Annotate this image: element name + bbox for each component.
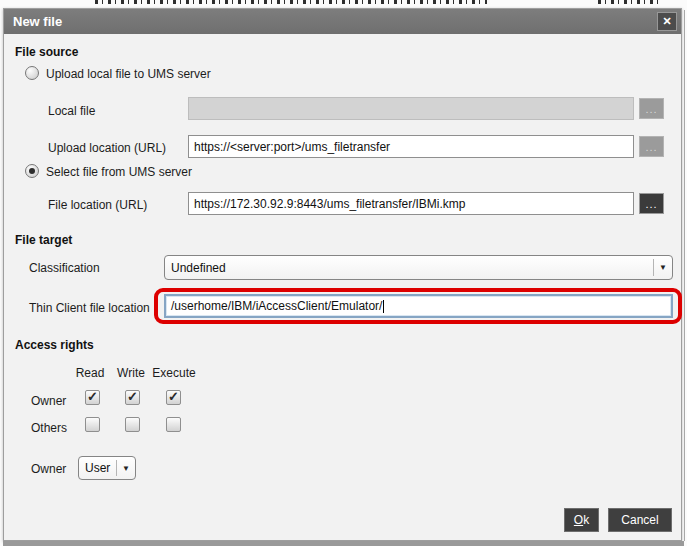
upload-local-radio-label[interactable]: Upload local file to UMS server xyxy=(46,67,211,81)
checkbox-owner-execute[interactable] xyxy=(166,390,181,405)
background-window-edge xyxy=(3,541,684,546)
upload-location-label: Upload location (URL) xyxy=(48,141,166,155)
new-file-dialog: New file ✕ File source Upload local file… xyxy=(3,8,682,541)
file-location-value: https://172.30.92.9:8443/ums_filetransfe… xyxy=(194,197,465,211)
background-clipped-text xyxy=(95,0,487,4)
others-row-label: Others xyxy=(31,421,67,435)
text-caret xyxy=(383,300,384,313)
column-header-read: Read xyxy=(76,366,105,380)
upload-location-value: https://<server:port>/ums_filetransfer xyxy=(194,140,390,154)
cancel-button[interactable]: Cancel xyxy=(608,508,672,532)
column-header-execute: Execute xyxy=(152,366,195,380)
upload-location-browse-button: ... xyxy=(639,136,664,157)
thin-client-location-label: Thin Client file location xyxy=(29,301,150,315)
dialog-titlebar[interactable]: New file ✕ xyxy=(4,9,681,34)
ok-button[interactable]: Ok xyxy=(564,508,599,532)
background-window-border xyxy=(684,10,685,541)
local-file-label: Local file xyxy=(48,104,95,118)
owner-select-label: Owner xyxy=(31,462,66,476)
thin-client-location-value: /userhome/IBM/iAccessClient/Emulator/ xyxy=(171,299,382,313)
checkbox-others-read[interactable] xyxy=(85,417,100,432)
screen: New file ✕ File source Upload local file… xyxy=(0,0,687,546)
file-location-label: File location (URL) xyxy=(48,198,147,212)
close-button[interactable]: ✕ xyxy=(657,12,677,31)
upload-location-input[interactable]: https://<server:port>/ums_filetransfer xyxy=(188,135,634,158)
local-file-browse-button: ... xyxy=(639,98,664,119)
column-header-write: Write xyxy=(117,366,145,380)
classification-value: Undefined xyxy=(165,261,653,275)
access-rights-heading: Access rights xyxy=(15,338,94,352)
file-source-heading: File source xyxy=(15,45,78,59)
select-from-ums-radio-label[interactable]: Select file from UMS server xyxy=(46,165,192,179)
classification-label: Classification xyxy=(29,261,100,275)
owner-dropdown[interactable]: User ▼ xyxy=(78,456,136,480)
upload-local-radio[interactable] xyxy=(25,66,39,80)
chevron-down-icon: ▼ xyxy=(654,263,672,272)
local-file-input xyxy=(188,97,634,120)
owner-value: User xyxy=(79,461,116,475)
checkbox-owner-write[interactable] xyxy=(125,390,140,405)
select-from-ums-radio[interactable] xyxy=(25,164,39,178)
file-location-input[interactable]: https://172.30.92.9:8443/ums_filetransfe… xyxy=(188,192,634,215)
owner-row-label: Owner xyxy=(31,394,66,408)
dialog-title: New file xyxy=(13,14,657,29)
checkbox-owner-read[interactable] xyxy=(85,390,100,405)
close-icon: ✕ xyxy=(662,15,671,28)
cancel-button-label: Cancel xyxy=(621,513,658,527)
background-clipped-text xyxy=(598,0,660,4)
file-target-heading: File target xyxy=(15,233,72,247)
classification-dropdown[interactable]: Undefined ▼ xyxy=(164,255,673,280)
file-location-browse-button[interactable]: ... xyxy=(639,193,664,214)
thin-client-location-input[interactable]: /userhome/IBM/iAccessClient/Emulator/ xyxy=(164,294,673,318)
chevron-down-icon: ▼ xyxy=(117,464,135,473)
checkbox-others-execute[interactable] xyxy=(166,417,181,432)
ok-button-label: Ok xyxy=(574,513,589,527)
checkbox-others-write[interactable] xyxy=(125,417,140,432)
